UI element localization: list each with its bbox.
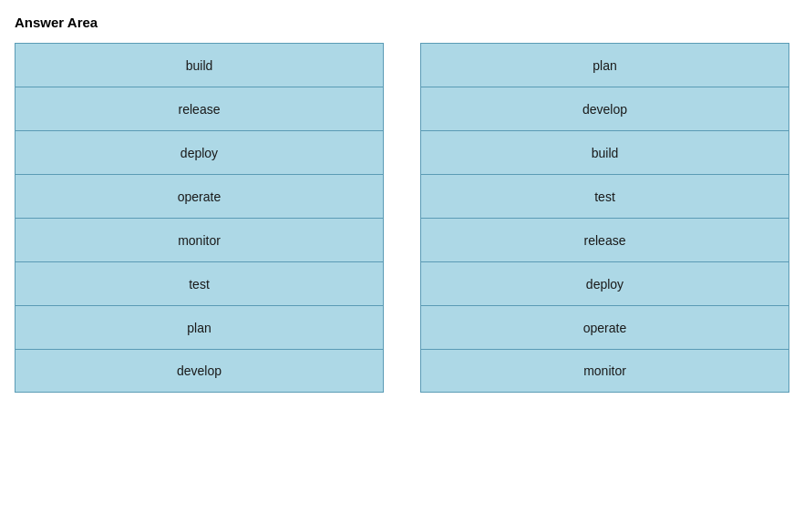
right-column-item[interactable]: release bbox=[420, 218, 789, 261]
left-column-item[interactable]: test bbox=[15, 261, 384, 305]
left-column-item[interactable]: operate bbox=[15, 174, 384, 218]
right-column-item[interactable]: test bbox=[420, 174, 789, 218]
columns-container: buildreleasedeployoperatemonitortestplan… bbox=[15, 43, 789, 393]
right-column-item[interactable]: plan bbox=[420, 43, 789, 87]
left-column-item[interactable]: develop bbox=[15, 349, 384, 393]
left-column-item[interactable]: release bbox=[15, 87, 384, 130]
right-column-item[interactable]: deploy bbox=[420, 261, 789, 305]
left-column-item[interactable]: build bbox=[15, 43, 384, 87]
left-column-item[interactable]: plan bbox=[15, 305, 384, 349]
right-column-item[interactable]: build bbox=[420, 130, 789, 174]
right-column-item[interactable]: develop bbox=[420, 87, 789, 130]
right-column-item[interactable]: operate bbox=[420, 305, 789, 349]
right-column: plandevelopbuildtestreleasedeployoperate… bbox=[420, 43, 789, 393]
right-column-item[interactable]: monitor bbox=[420, 349, 789, 393]
left-column-item[interactable]: monitor bbox=[15, 218, 384, 261]
left-column: buildreleasedeployoperatemonitortestplan… bbox=[15, 43, 384, 393]
answer-area-title: Answer Area bbox=[15, 15, 789, 30]
left-column-item[interactable]: deploy bbox=[15, 130, 384, 174]
